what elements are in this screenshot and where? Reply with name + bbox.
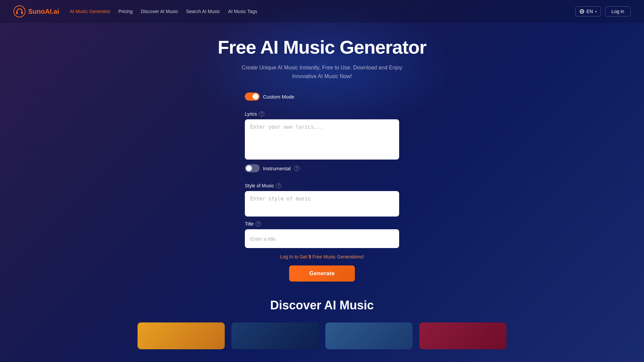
- language-button[interactable]: EN ▾: [575, 6, 601, 16]
- lang-label: EN: [586, 9, 593, 14]
- chevron-down-icon: ▾: [595, 10, 597, 13]
- title-label: Title: [245, 221, 254, 227]
- hero-title: Free AI Music Generator: [218, 36, 426, 58]
- instrumental-row: Instrumental ?: [245, 164, 399, 172]
- logo[interactable]: SunoAI.ai: [13, 5, 59, 17]
- instrumental-label: Instrumental: [263, 166, 291, 171]
- title-input[interactable]: [245, 229, 399, 248]
- logo-icon: [13, 5, 25, 17]
- music-card-3[interactable]: [325, 322, 413, 349]
- nav-search-ai-music[interactable]: Search AI Music: [186, 9, 220, 14]
- logo-text: SunoAI.ai: [28, 8, 59, 15]
- style-input[interactable]: [245, 191, 399, 217]
- custom-mode-row: Custom Mode: [245, 93, 399, 101]
- nav-pricing[interactable]: Pricing: [118, 9, 133, 14]
- style-label-row: Style of Music ?: [245, 183, 399, 188]
- promo-number: 5: [309, 254, 311, 259]
- svg-rect-1: [16, 12, 18, 14]
- hero-subtitle: Create Unique AI Music Instantly, Free t…: [241, 63, 402, 80]
- title-help-icon[interactable]: ?: [256, 221, 261, 227]
- globe-icon: [580, 9, 584, 14]
- custom-mode-label: Custom Mode: [263, 94, 294, 100]
- nav-ai-music-generator[interactable]: AI Music Generator: [70, 9, 110, 14]
- music-card-1[interactable]: [138, 322, 225, 349]
- nav-discover-ai-music[interactable]: Discover AI Music: [141, 9, 178, 14]
- main-content: Free AI Music Generator Create Unique AI…: [0, 23, 644, 349]
- lyrics-help-icon[interactable]: ?: [259, 111, 264, 117]
- nav-right: EN ▾ Log in: [575, 6, 631, 16]
- svg-point-0: [14, 6, 25, 17]
- style-label: Style of Music: [245, 183, 274, 188]
- svg-rect-2: [21, 12, 23, 14]
- login-promo: Log In to Get 5 Free Music Generations!: [245, 254, 399, 259]
- instrumental-toggle[interactable]: [245, 164, 260, 172]
- custom-mode-toggle[interactable]: [245, 93, 260, 101]
- nav-ai-music-tags[interactable]: AI Music Tags: [228, 9, 257, 14]
- generate-button[interactable]: Generate: [289, 265, 355, 282]
- instrumental-help-icon[interactable]: ?: [294, 166, 300, 171]
- discover-title: Discover AI Music: [270, 298, 374, 312]
- style-help-icon[interactable]: ?: [276, 183, 281, 188]
- nav-links: AI Music Generator Pricing Discover AI M…: [70, 9, 257, 14]
- navbar: SunoAI.ai AI Music Generator Pricing Dis…: [0, 0, 644, 23]
- title-label-row: Title ?: [245, 221, 399, 227]
- nav-left: SunoAI.ai AI Music Generator Pricing Dis…: [13, 5, 257, 17]
- lyrics-input[interactable]: [245, 119, 399, 160]
- music-card-4[interactable]: [419, 322, 506, 349]
- music-card-2[interactable]: [231, 322, 319, 349]
- login-button[interactable]: Log in: [605, 6, 631, 16]
- lyrics-label-row: Lyrics ?: [245, 111, 399, 117]
- music-cards-row: [124, 322, 520, 349]
- generator-form: Custom Mode Lyrics ? Instrumental ? Styl…: [245, 93, 399, 282]
- lyrics-label: Lyrics: [245, 111, 257, 117]
